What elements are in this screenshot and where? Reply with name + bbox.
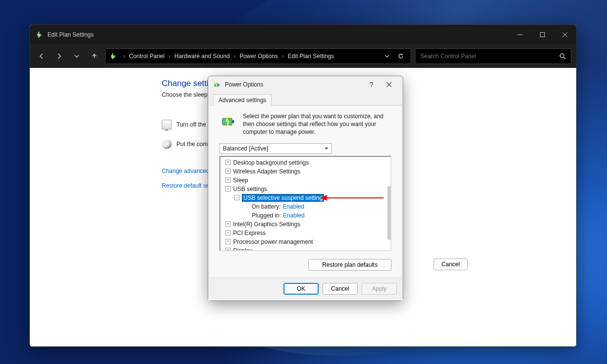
maximize-button[interactable] — [531, 25, 554, 44]
tree-item-wireless[interactable]: +Wireless Adapter Settings — [220, 167, 390, 176]
tree-item-sleep[interactable]: +Sleep — [220, 176, 390, 185]
cancel-button[interactable]: Cancel — [434, 258, 468, 270]
ok-button[interactable]: OK — [283, 283, 319, 295]
svg-rect-7 — [115, 56, 116, 58]
dialog-titlebar[interactable]: Power Options ? — [208, 76, 403, 93]
svg-line-9 — [564, 57, 565, 59]
dialog-close-button[interactable] — [380, 78, 398, 91]
expand-icon[interactable]: + — [225, 221, 231, 227]
moon-icon — [162, 139, 172, 149]
battery-icon — [219, 112, 237, 130]
power-options-icon — [213, 81, 221, 88]
window-titlebar[interactable]: Edit Plan Settings — [30, 25, 576, 44]
close-button[interactable] — [554, 25, 576, 44]
breadcrumb-item[interactable]: Control Panel — [129, 53, 165, 60]
breadcrumb-item[interactable]: Power Options — [239, 53, 278, 60]
tab-strip: Advanced settings — [208, 94, 403, 105]
expand-icon[interactable]: + — [225, 160, 231, 165]
monitor-icon — [162, 120, 172, 129]
expand-icon[interactable]: + — [225, 239, 231, 244]
search-input[interactable] — [420, 53, 560, 60]
dialog-footer: OK Cancel Apply — [208, 278, 403, 300]
svg-rect-1 — [41, 35, 42, 36]
tree-item-intel-graphics[interactable]: +Intel(R) Graphics Settings — [220, 220, 390, 229]
breadcrumb-item[interactable]: Edit Plan Settings — [288, 53, 334, 60]
address-bar[interactable]: › Control Panel › Hardware and Sound › P… — [105, 48, 411, 64]
help-button[interactable]: ? — [363, 78, 380, 91]
window-title: Edit Plan Settings — [47, 31, 94, 38]
tree-item-processor[interactable]: +Processor power management — [220, 237, 390, 246]
tree-item-display[interactable]: +Display — [220, 246, 390, 251]
minimize-button[interactable] — [509, 25, 531, 44]
tab-panel: Select the power plan that you want to c… — [210, 105, 401, 278]
power-options-icon — [109, 52, 117, 60]
tree-item-usb-settings[interactable]: −USB settings — [220, 185, 390, 193]
power-plan-selected: Balanced [Active] — [223, 145, 268, 152]
tree-scrollbar[interactable] — [388, 186, 391, 240]
dialog-cancel-button[interactable]: Cancel — [323, 283, 358, 295]
expand-icon[interactable]: + — [225, 169, 231, 174]
tab-advanced-settings[interactable]: Advanced settings — [213, 94, 272, 106]
navigation-bar: › Control Panel › Hardware and Sound › P… — [30, 44, 576, 68]
back-button[interactable] — [35, 49, 48, 63]
tree-item-on-battery[interactable]: On battery:Enabled — [220, 202, 390, 211]
search-box[interactable] — [415, 48, 571, 64]
tree-item-plugged-in[interactable]: Plugged in:Enabled — [220, 211, 390, 220]
up-button[interactable] — [87, 49, 101, 63]
dialog-intro: Select the power plan that you want to c… — [243, 112, 391, 136]
svg-rect-15 — [232, 120, 234, 123]
tree-item-desktop-bg[interactable]: +Desktop background settings — [220, 158, 390, 167]
power-options-icon — [36, 31, 43, 39]
expand-icon[interactable]: + — [225, 248, 231, 251]
forward-button[interactable] — [52, 49, 66, 63]
search-icon — [560, 53, 566, 60]
tree-item-pci-express[interactable]: +PCI Express — [220, 229, 390, 237]
tree-item-usb-suspend[interactable]: −USB selective suspend setting — [220, 193, 390, 202]
apply-button[interactable]: Apply — [362, 283, 397, 295]
power-options-dialog: Power Options ? Advanced settings Select… — [208, 76, 403, 301]
refresh-button[interactable] — [395, 50, 407, 62]
svg-rect-11 — [218, 85, 219, 86]
recent-dropdown[interactable] — [70, 49, 84, 63]
dialog-title: Power Options — [225, 81, 263, 88]
settings-tree[interactable]: +Desktop background settings +Wireless A… — [219, 156, 391, 251]
collapse-icon[interactable]: − — [225, 186, 231, 192]
expand-icon[interactable]: + — [225, 230, 231, 236]
address-dropdown[interactable] — [381, 50, 393, 62]
expand-icon[interactable]: + — [225, 177, 231, 183]
svg-rect-3 — [541, 33, 545, 37]
power-plan-select[interactable]: Balanced [Active] — [219, 143, 332, 154]
collapse-icon[interactable]: − — [234, 195, 239, 200]
svg-point-8 — [560, 54, 564, 58]
breadcrumb-item[interactable]: Hardware and Sound — [174, 53, 230, 60]
restore-plan-defaults-button[interactable]: Restore plan defaults — [308, 259, 391, 271]
